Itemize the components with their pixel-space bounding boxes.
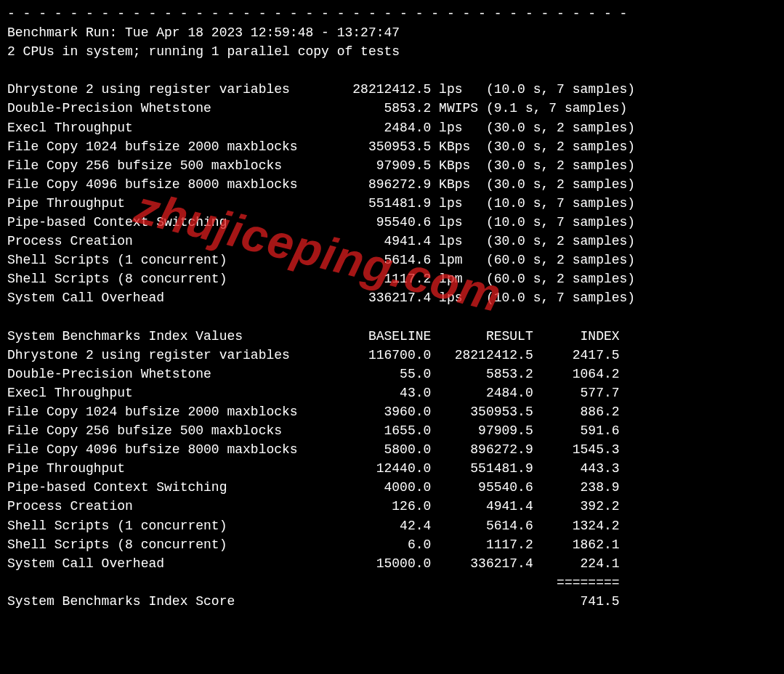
terminal-output: - - - - - - - - - - - - - - - - - - - - … bbox=[0, 0, 784, 618]
terminal-window: { "watermark": "zhujiceping.com", "divid… bbox=[0, 0, 784, 674]
